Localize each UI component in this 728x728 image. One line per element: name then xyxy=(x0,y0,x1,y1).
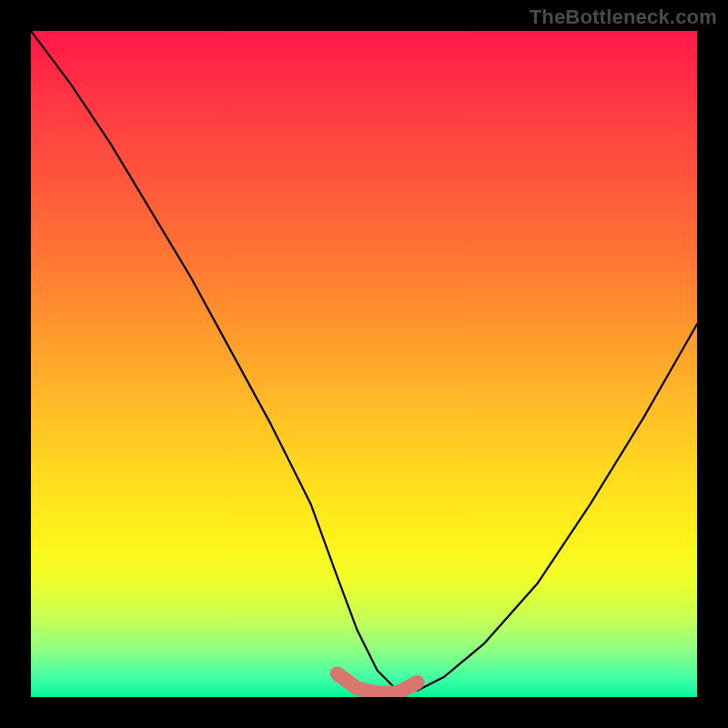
highlight-band xyxy=(338,673,418,693)
chart-frame: TheBottleneck.com xyxy=(0,0,728,728)
plot-area xyxy=(31,31,697,697)
watermark-text: TheBottleneck.com xyxy=(530,5,717,29)
curves-layer xyxy=(31,31,697,697)
bottleneck-curve xyxy=(31,31,697,691)
